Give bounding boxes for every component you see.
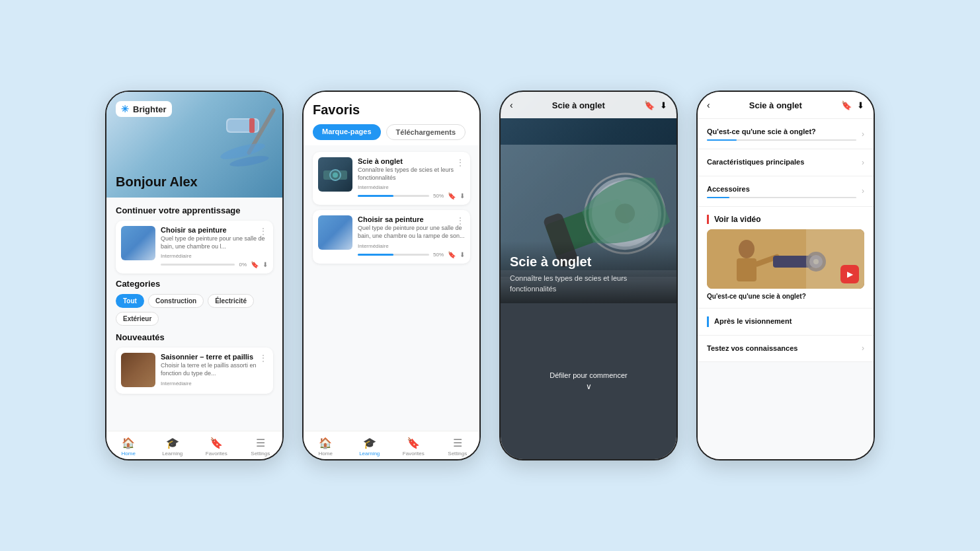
svg-rect-5 — [249, 118, 255, 133]
home-icon: 🏠 — [122, 437, 135, 449]
fav-desc-saw: Connaître les types de scies et leurs fo… — [358, 166, 465, 182]
svg-rect-20 — [737, 258, 756, 281]
fav-more-icon-paint[interactable]: ⋮ — [456, 215, 465, 226]
fav-info-paint: Choisir sa peinture Quel type de peintur… — [358, 215, 465, 258]
nav-settings[interactable]: ☰ Settings — [239, 437, 283, 457]
chevron-icon-testez: › — [862, 344, 864, 353]
category-electricite[interactable]: Électricité — [208, 294, 254, 308]
fav-card-saw[interactable]: Scie à onglet Connaître les types de sci… — [313, 152, 470, 205]
phone-home: ✳ Brighter Bonjour Alex Continuer votre … — [105, 91, 284, 460]
fav-progress-paint — [358, 254, 429, 256]
home-icon-2: 🏠 — [319, 437, 332, 449]
favorites-tabs: Marque-pages Téléchargements — [313, 124, 470, 140]
voir-video-label: Voir la vidéo — [707, 215, 864, 224]
video-thumbnail[interactable]: ▶ — [707, 229, 864, 289]
testez-section[interactable]: Testez vos connaissances › — [698, 336, 874, 362]
section1-progress-fill — [707, 139, 737, 141]
fav-thumb-paint — [318, 215, 352, 250]
bookmark-header-icon[interactable]: 🔖 — [644, 100, 655, 110]
brighter-logo: ✳ Brighter — [116, 101, 172, 117]
category-exterieur[interactable]: Extérieur — [116, 312, 159, 326]
article-header-title: Scie à onglet — [513, 100, 644, 110]
article-hero: ‹ Scie à onglet 🔖 ⬇ — [501, 92, 676, 303]
nav-learning[interactable]: 🎓 Learning — [151, 437, 195, 457]
course-info-soil: Saisonnier – terre et paillis Choisir la… — [161, 353, 268, 388]
phone-article: ‹ Scie à onglet 🔖 ⬇ — [499, 91, 678, 460]
course-card-paint[interactable]: Choisir sa peinture Quel type de peintur… — [116, 221, 273, 274]
detail-bookmark-icon[interactable]: 🔖 — [841, 100, 852, 110]
bottom-nav: 🏠 Home 🎓 Learning 🔖 Favorites ☰ Settings — [106, 431, 282, 459]
detail-header-title: Scie à onglet — [710, 100, 841, 110]
svg-point-8 — [333, 172, 338, 178]
learning-icon-2: 🎓 — [363, 437, 376, 449]
detail-section-2[interactable]: Caractéristiques principales › — [698, 149, 874, 176]
apres-section: Après le visionnement — [698, 309, 874, 335]
nav2-learning[interactable]: 🎓 Learning — [348, 437, 392, 457]
more-options-icon[interactable]: ⋮ — [259, 226, 268, 237]
play-button[interactable]: ▶ — [840, 265, 859, 283]
fav-desc-paint: Quel type de peinture pour une salle de … — [358, 225, 465, 240]
fav-info-saw: Scie à onglet Connaître les types de sci… — [358, 157, 465, 200]
nav2-learning-label: Learning — [359, 451, 380, 457]
favorites-icon-2: 🔖 — [407, 437, 420, 449]
nouveautes-section-title: Nouveautés — [116, 332, 273, 342]
article-desc: Connaître les types de scies et leurs fo… — [510, 274, 667, 294]
fav-download-icon2[interactable]: ⬇ — [460, 251, 465, 258]
favorites-title: Favoris — [313, 102, 470, 118]
greeting-text: Bonjour Alex — [116, 174, 198, 190]
nav-favorites[interactable]: 🔖 Favorites — [194, 437, 239, 457]
section3-progress — [707, 197, 856, 198]
download-header-icon[interactable]: ⬇ — [660, 100, 667, 110]
nav2-home[interactable]: 🏠 Home — [304, 437, 348, 457]
fav-progress-saw — [358, 195, 429, 197]
course-card-soil[interactable]: Saisonnier – terre et paillis Choisir la… — [116, 348, 273, 393]
course-desc-paint: Quel type de peinture pour une salle de … — [161, 235, 268, 250]
nav2-favorites[interactable]: 🔖 Favorites — [391, 437, 436, 457]
detail-section-3[interactable]: Accessoires › — [698, 176, 874, 207]
chevron-icon-3: › — [862, 186, 864, 196]
phone-detail: ‹ Scie à onglet 🔖 ⬇ Qu'est-ce qu'une sci… — [696, 91, 875, 460]
fav-progress-fill-paint — [358, 254, 393, 256]
progress-bar-paint — [161, 264, 235, 266]
category-construction[interactable]: Construction — [148, 294, 204, 308]
detail-section-1[interactable]: Qu'est-ce qu'une scie à onglet? › — [698, 119, 874, 149]
nav-favorites-label: Favorites — [206, 451, 227, 457]
section3-progress-fill — [707, 197, 729, 198]
nav-home[interactable]: 🏠 Home — [106, 437, 151, 457]
fav-more-icon-saw[interactable]: ⋮ — [456, 157, 465, 168]
bottom-nav-2: 🏠 Home 🎓 Learning 🔖 Favorites ☰ Settings — [304, 431, 479, 459]
section3-title: Accessoires — [707, 184, 856, 198]
more-options-icon-soil[interactable]: ⋮ — [259, 353, 268, 363]
scroll-arrow-icon: ∨ — [586, 382, 592, 391]
section1-progress — [707, 139, 856, 141]
chevron-icon-1: › — [862, 129, 864, 139]
fav-progress-fill-saw — [358, 195, 393, 197]
course-title-paint: Choisir sa peinture — [161, 226, 268, 234]
fav-title-saw: Scie à onglet — [358, 157, 465, 165]
course-thumb-paint — [121, 226, 155, 260]
fav-bookmark-icon[interactable]: 🔖 — [448, 192, 456, 200]
learning-icon: 🎓 — [166, 437, 179, 449]
apres-title: Après le visionnement — [707, 316, 864, 326]
download-icon[interactable]: ⬇ — [263, 261, 268, 268]
logo-star-icon: ✳ — [121, 104, 129, 114]
course-thumb-soil — [121, 353, 155, 387]
detail-download-icon[interactable]: ⬇ — [857, 100, 864, 110]
fav-title-paint: Choisir sa peinture — [358, 215, 465, 223]
nav-home-label: Home — [122, 451, 136, 457]
fav-download-icon[interactable]: ⬇ — [460, 192, 465, 200]
article-overlay: Scie à onglet Connaître les types de sci… — [501, 241, 676, 303]
testez-title: Testez vos connaissances — [707, 344, 856, 353]
tab-downloads[interactable]: Téléchargements — [386, 124, 466, 140]
fav-bookmark-icon2[interactable]: 🔖 — [448, 251, 456, 258]
categories-row: Tout Construction Électricité Extérieur — [116, 294, 273, 326]
category-tout[interactable]: Tout — [116, 294, 144, 308]
bookmark-icon[interactable]: 🔖 — [251, 261, 259, 268]
hero-banner: ✳ Brighter Bonjour Alex — [106, 92, 282, 198]
nav-settings-label: Settings — [251, 451, 270, 457]
video-section: Voir la vidéo ▶ — [698, 207, 874, 309]
nav2-settings[interactable]: ☰ Settings — [436, 437, 480, 457]
fav-pct-saw: 50% — [433, 193, 444, 199]
tab-bookmarks[interactable]: Marque-pages — [313, 124, 381, 140]
fav-card-paint[interactable]: Choisir sa peinture Quel type de peintur… — [313, 210, 470, 263]
